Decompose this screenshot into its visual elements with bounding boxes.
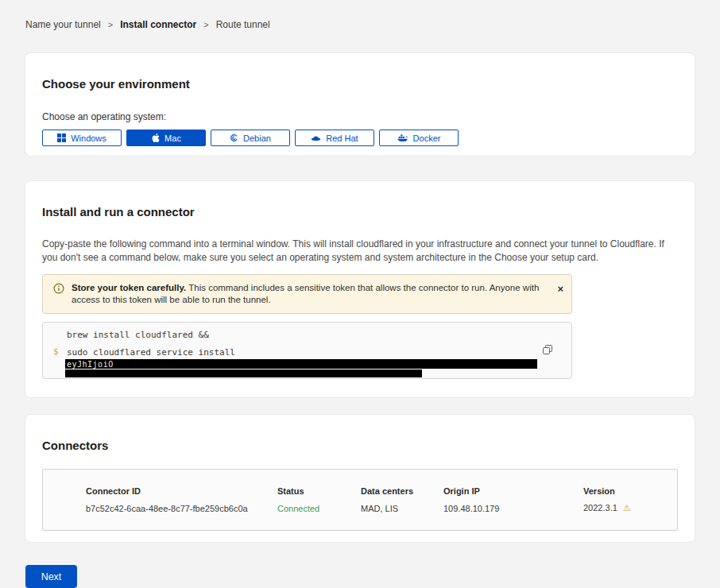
os-button-windows[interactable]: Windows	[42, 130, 122, 146]
copy-icon	[543, 345, 552, 357]
install-connector-description: Copy-paste the following command into a …	[42, 238, 675, 265]
redhat-icon	[311, 134, 321, 142]
windows-icon	[57, 133, 66, 142]
cell-connector-id: b7c52c42-6caa-48ee-8c77-fbe259cb6c0a	[86, 504, 277, 513]
breadcrumb-separator: >	[108, 20, 113, 29]
os-button-label: Red Hat	[326, 133, 358, 143]
command-line-1: brew install cloudflared &&	[67, 330, 571, 341]
command-line-2: sudo cloudflared service install	[67, 347, 571, 358]
breadcrumb-item-name-your-tunnel[interactable]: Name your tunnel	[25, 19, 101, 30]
cell-origin-ip: 109.48.10.179	[443, 504, 583, 513]
token-warning-text: Store your token carefully. This command…	[72, 282, 544, 306]
header-status: Status	[277, 486, 361, 496]
token-prefix: eyJhIjoiO	[65, 360, 114, 369]
token-warning-banner: Store your token carefully. This command…	[42, 274, 572, 314]
info-icon	[53, 283, 64, 306]
os-button-row: Windows Mac Debian Red Hat	[42, 130, 678, 146]
header-version: Version	[583, 486, 669, 496]
copy-command-button[interactable]	[541, 343, 554, 358]
terminal-prompt: $	[53, 346, 59, 357]
page: Name your tunnel > Install connector > R…	[0, 0, 720, 588]
os-chooser-label: Choose an operating system:	[42, 111, 678, 122]
debian-icon	[230, 133, 238, 142]
version-value: 2022.3.1	[583, 503, 617, 513]
breadcrumb-item-route-tunnel[interactable]: Route tunnel	[216, 19, 270, 30]
next-button[interactable]: Next	[25, 565, 77, 588]
apple-icon	[151, 133, 160, 143]
close-banner-button[interactable]: ×	[557, 284, 563, 294]
header-origin-ip: Origin IP	[443, 486, 583, 496]
install-connector-card: Install and run a connector Copy-paste t…	[25, 181, 695, 397]
os-button-label: Debian	[243, 133, 271, 143]
os-button-redhat[interactable]: Red Hat	[295, 130, 374, 146]
environment-card: Choose your environment Choose an operat…	[25, 53, 695, 156]
table-row: b7c52c42-6caa-48ee-8c77-fbe259cb6c0a Con…	[86, 503, 669, 513]
environment-card-title: Choose your environment	[42, 77, 678, 91]
os-button-label: Mac	[165, 133, 181, 143]
header-data-centers: Data centers	[361, 486, 443, 496]
os-button-label: Docker	[413, 133, 441, 143]
connectors-card: Connectors Connector ID Status Data cent…	[25, 415, 695, 542]
token-warning-bold: Store your token carefully.	[72, 283, 186, 292]
close-icon: ×	[557, 283, 563, 295]
redacted-token: eyJhIjoiO	[65, 359, 537, 369]
os-button-label: Windows	[71, 133, 106, 143]
connectors-title: Connectors	[42, 439, 678, 452]
install-command-block: $ brew install cloudflared && sudo cloud…	[42, 322, 572, 379]
header-connector-id: Connector ID	[86, 486, 277, 496]
os-button-debian[interactable]: Debian	[211, 130, 290, 146]
version-warning-icon: ⚠	[623, 503, 631, 513]
breadcrumb-item-install-connector[interactable]: Install connector	[120, 19, 196, 30]
os-button-mac[interactable]: Mac	[126, 130, 206, 146]
docker-icon	[397, 133, 408, 142]
os-button-docker[interactable]: Docker	[379, 130, 459, 146]
redacted-token-continued	[65, 369, 422, 377]
breadcrumb: Name your tunnel > Install connector > R…	[25, 0, 695, 30]
cell-data-centers: MAD, LIS	[361, 504, 443, 513]
status-badge: Connected	[277, 504, 361, 513]
breadcrumb-separator: >	[203, 20, 208, 29]
cell-version: 2022.3.1 ⚠	[583, 503, 669, 513]
install-connector-title: Install and run a connector	[42, 205, 678, 219]
table-header-row: Connector ID Status Data centers Origin …	[86, 486, 669, 496]
connectors-table: Connector ID Status Data centers Origin …	[42, 469, 678, 531]
